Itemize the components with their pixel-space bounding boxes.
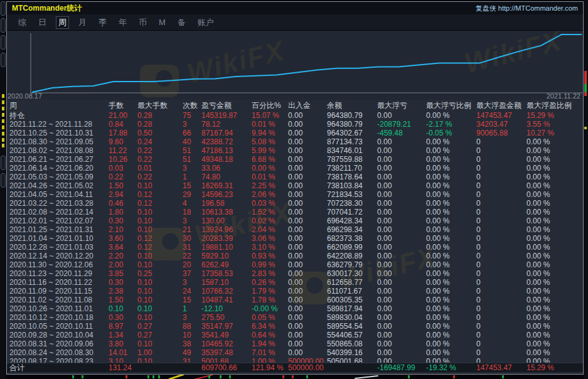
column-header[interactable]: 最大浮盈金额 [476, 100, 527, 111]
table-cell: 696428.34 [327, 216, 377, 225]
table-cell: 196.58 [201, 199, 252, 208]
table-cell: 3.10 % [252, 243, 288, 252]
table-row[interactable]: 2021.10.25 ~ 2021.10.3117.880.506687167.… [7, 129, 583, 137]
table-cell [183, 363, 201, 372]
table-cell: 74.80 [201, 173, 252, 181]
table-cell: 20 [183, 260, 201, 269]
menu-item-8[interactable]: M [156, 17, 168, 28]
table-cell: 0.00 % [527, 348, 583, 357]
menu-item-3[interactable]: 周 [56, 16, 69, 29]
table-cell: 0.00 % [426, 339, 476, 348]
table-cell: 3.64 [109, 243, 137, 252]
candle-fragment [408, 375, 410, 378]
table-row[interactable]: 2021.03.22 ~ 2021.03.280.460.124196.580.… [7, 199, 583, 208]
table-cell: 964302.67 [327, 129, 377, 137]
menu-item-10[interactable]: 账户 [195, 16, 216, 29]
menu-item-5[interactable]: 季 [96, 16, 109, 29]
table-cell: 2.10 [109, 225, 137, 234]
edge-tick [2, 125, 4, 129]
candle-fragment [126, 375, 127, 378]
table-cell: 0.00 [288, 234, 327, 243]
table-row[interactable]: 2020.12.28 ~ 2021.01.033.640.123119881.1… [7, 243, 583, 252]
column-header[interactable]: 百分比% [252, 100, 288, 111]
table-cell: 15 [183, 181, 201, 190]
table-row[interactable]: 2020.08.31 ~ 2020.09.063.800.103810465.9… [7, 339, 583, 348]
stats-window: MTCommander统计 复盘侠 http://MTCommander.com… [6, 1, 584, 375]
table-cell: 49348.18 [201, 155, 252, 164]
menu-item-9[interactable]: 备 [175, 16, 188, 29]
table-cell: 42388.72 [201, 137, 252, 146]
table-cell: 877134.73 [327, 137, 377, 146]
table-cell: 0.25 [137, 269, 183, 278]
table-cell: 8.97 [109, 322, 137, 331]
table-cell: 0.00 [288, 190, 327, 199]
table-row[interactable]: 2021.01.04 ~ 2021.01.103.600.123020283.3… [7, 234, 583, 243]
table-cell: 589830.04 [327, 313, 377, 322]
table-cell: 7.01 % [252, 348, 288, 357]
table-cell: 609700.66 [201, 363, 252, 372]
table-cell: 1.94 % [252, 339, 288, 348]
table-cell: 0.00 [288, 322, 327, 331]
table-row[interactable]: 2021.06.21 ~ 2021.06.2710.260.225149348.… [7, 155, 583, 164]
table-row[interactable]: 2020.10.26 ~ 2020.11.010.100.101-12.10-0… [7, 304, 583, 313]
table-cell: 0.00 [288, 348, 327, 357]
table-cell: 0.00 [377, 339, 426, 348]
table-cell: 15.29 % [527, 363, 583, 372]
edge-tick [2, 100, 4, 104]
column-header[interactable]: 余额 [327, 100, 377, 111]
table-cell: 2020.11.30 ~ 2020.12.06 [9, 260, 109, 269]
table-row[interactable]: 2021.02.01 ~ 2021.02.070.300.103130.000.… [7, 216, 583, 225]
table-cell: 0.00 % [527, 278, 583, 287]
table-cell: 0 [476, 331, 527, 339]
candle-fragment [158, 375, 160, 378]
table-cell: 78.12 [201, 120, 252, 129]
table-cell: 0.00 % [426, 331, 476, 339]
menu-item-2[interactable]: 日 [36, 16, 49, 29]
column-header[interactable]: 出入金 [288, 100, 327, 111]
menu-item-7[interactable]: 币 [136, 16, 149, 29]
column-header[interactable]: 次数 [183, 100, 201, 111]
table-cell: 0.00 [377, 313, 426, 322]
table-row[interactable]: 2021.04.26 ~ 2021.05.021.500.101516269.3… [7, 181, 583, 190]
table-cell: 0.30 [109, 278, 137, 287]
brand-link[interactable]: 复盘侠 http://MTCommander.com [476, 4, 578, 13]
column-header[interactable]: 最大手数 [137, 100, 183, 111]
table-cell: 0.84 [109, 120, 137, 129]
table-row[interactable]: 2020.10.05 ~ 2020.10.118.970.278835147.9… [7, 322, 583, 331]
table-body: 持仓21.000.2875145319.8715.07 %0.00964380.… [7, 111, 583, 366]
column-header[interactable]: 最大浮盈比例 [527, 100, 583, 111]
table-cell: 15 [183, 296, 201, 304]
column-header[interactable]: 最大浮亏比例 [426, 100, 476, 111]
table-row[interactable]: 2021.11.22 ~ 2021.11.280.840.28378.120.0… [7, 120, 583, 129]
table-cell: 0.00 [288, 260, 327, 269]
menu-item-4[interactable]: 月 [76, 16, 89, 29]
table-row[interactable]: 2021.08.30 ~ 2021.09.059.600.244042388.7… [7, 137, 583, 146]
table-cell: 0 [476, 322, 527, 331]
background-app-right-edge [584, 0, 588, 379]
table-cell: 0 [476, 190, 527, 199]
table-row[interactable]: 2020.12.14 ~ 2020.12.202.200.10225929.10… [7, 252, 583, 260]
menu-item-1[interactable]: 综 [16, 16, 29, 29]
table-row[interactable]: 持仓21.000.2875145319.8715.07 %0.00964380.… [7, 111, 583, 120]
column-header[interactable]: 最大浮亏 [377, 100, 426, 111]
table-row[interactable]: 2021.05.03 ~ 2021.05.090.220.22174.800.0… [7, 173, 583, 181]
table-cell: 5.99 % [252, 146, 288, 155]
table-cell: 2021.04.26 ~ 2021.05.02 [9, 181, 109, 190]
table-cell: 0 [476, 164, 527, 173]
column-header[interactable]: 盈亏金额 [201, 100, 252, 111]
table-row[interactable]: 2021.04.05 ~ 2021.04.112.940.122914596.2… [7, 190, 583, 199]
table-row[interactable]: 2020.10.12 ~ 2020.10.180.300.103275.500.… [7, 313, 583, 322]
table-row[interactable]: 2020.08.24 ~ 2020.08.3014.011.004935397.… [7, 348, 583, 357]
table-row[interactable]: 2020.11.30 ~ 2020.12.062.000.10206262.49… [7, 260, 583, 269]
table-row[interactable]: 2021.08.02 ~ 2021.08.0811.220.225147186.… [7, 146, 583, 155]
table-cell: -2.17 % [426, 120, 476, 129]
table-row[interactable]: 2020.09.28 ~ 2020.10.041.340.27103541.49… [7, 331, 583, 339]
column-header[interactable]: 手数 [109, 100, 137, 111]
table-cell: 0.00 [377, 173, 426, 181]
menu-item-6[interactable]: 年 [116, 16, 129, 29]
table-row[interactable]: 2021.06.14 ~ 2021.06.200.030.01333.060.0… [7, 164, 583, 173]
table-row[interactable]: 2021.02.08 ~ 2021.02.141.800.101810613.3… [7, 208, 583, 216]
title-bar[interactable]: MTCommander统计 复盘侠 http://MTCommander.com [7, 2, 583, 14]
column-header[interactable]: 周 [9, 100, 109, 111]
table-cell: 0.00 % [426, 137, 476, 146]
